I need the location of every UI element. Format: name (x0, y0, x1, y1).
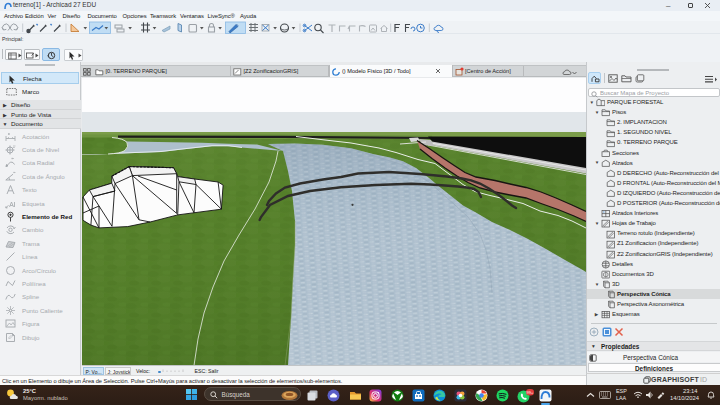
svg-text:99+: 99+ (526, 389, 533, 394)
